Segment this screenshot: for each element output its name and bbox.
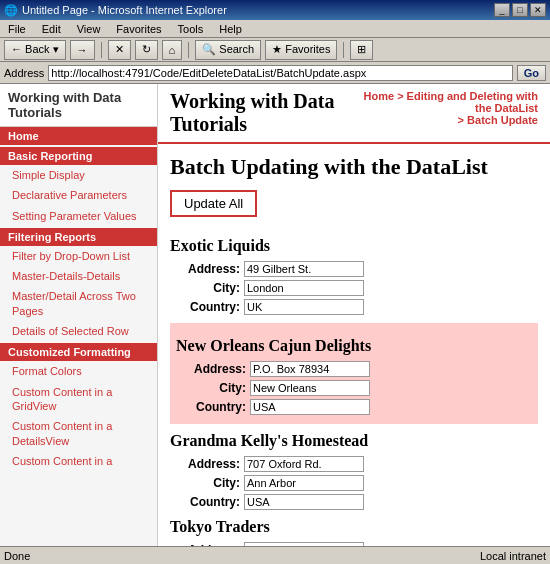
status-bar: Done Local intranet: [0, 546, 550, 564]
city-label-1: City:: [176, 381, 246, 395]
window-title: Untitled Page - Microsoft Internet Explo…: [22, 4, 227, 16]
minimize-button[interactable]: _: [494, 3, 510, 17]
menu-file[interactable]: File: [4, 22, 30, 36]
breadcrumb-current: Batch Update: [467, 114, 538, 126]
city-input-0[interactable]: [244, 280, 364, 296]
address-input[interactable]: [48, 65, 512, 81]
maximize-button[interactable]: □: [512, 3, 528, 17]
address-label-2: Address:: [170, 457, 240, 471]
breadcrumb-home[interactable]: Home: [364, 90, 395, 102]
company-name-1: New Orleans Cajun Delights: [176, 337, 532, 355]
title-bar-left: 🌐 Untitled Page - Microsoft Internet Exp…: [4, 4, 227, 17]
address-row-1: Address:: [176, 361, 532, 377]
sidebar-item-custom-content-detailsview[interactable]: Custom Content in a DetailsView: [0, 416, 157, 451]
company-block-2: Grandma Kelly's Homestead Address: City:…: [170, 432, 538, 510]
sidebar-item-filter-dropdown[interactable]: Filter by Drop-Down List: [0, 246, 157, 266]
home-button[interactable]: ⌂: [162, 40, 183, 60]
ie-icon: 🌐: [4, 4, 18, 17]
toolbar-separator-3: [343, 42, 344, 58]
sidebar-item-master-details[interactable]: Master-Details-Details: [0, 266, 157, 286]
breadcrumb-separator-2: >: [458, 114, 467, 126]
title-bar: 🌐 Untitled Page - Microsoft Internet Exp…: [0, 0, 550, 20]
breadcrumb-section[interactable]: Editing and Deleting with the DataList: [407, 90, 538, 114]
main-content: Working with Data Tutorials Home Basic R…: [0, 84, 550, 564]
sidebar-item-format-colors[interactable]: Format Colors: [0, 361, 157, 381]
refresh-button[interactable]: ↻: [135, 40, 158, 60]
menu-bar: File Edit View Favorites Tools Help: [0, 20, 550, 38]
menu-edit[interactable]: Edit: [38, 22, 65, 36]
page-title: Batch Updating with the DataList: [170, 154, 538, 180]
country-row-1: Country:: [176, 399, 532, 415]
address-row-0: Address:: [170, 261, 538, 277]
window-controls: _ □ ✕: [494, 3, 546, 17]
sidebar-item-master-detail-two-pages[interactable]: Master/Detail Across Two Pages: [0, 286, 157, 321]
toolbar: ← Back ▾ → ✕ ↻ ⌂ 🔍 Search ★ Favorites ⊞: [0, 38, 550, 62]
city-label-0: City:: [170, 281, 240, 295]
address-input-2[interactable]: [244, 456, 364, 472]
address-bar: Address Go: [0, 62, 550, 84]
sidebar-item-simple-display[interactable]: Simple Display: [0, 165, 157, 185]
toolbar-separator-2: [188, 42, 189, 58]
favorites-button[interactable]: ★ Favorites: [265, 40, 337, 60]
breadcrumb: Home > Editing and Deleting with the Dat…: [356, 90, 538, 126]
sidebar-item-details-selected-row[interactable]: Details of Selected Row: [0, 321, 157, 341]
menu-favorites[interactable]: Favorites: [112, 22, 165, 36]
city-label-2: City:: [170, 476, 240, 490]
back-button[interactable]: ← Back ▾: [4, 40, 66, 60]
company-name-0: Exotic Liquids: [170, 237, 538, 255]
sidebar: Working with Data Tutorials Home Basic R…: [0, 84, 158, 564]
menu-view[interactable]: View: [73, 22, 105, 36]
sidebar-section-filtering-reports: Filtering Reports: [0, 228, 157, 246]
country-row-0: Country:: [170, 299, 538, 315]
sidebar-logo: Working with Data Tutorials: [0, 84, 157, 127]
city-input-1[interactable]: [250, 380, 370, 396]
sidebar-item-custom-content-other[interactable]: Custom Content in a: [0, 451, 157, 471]
country-label-0: Country:: [170, 300, 240, 314]
sidebar-section-customized-formatting: Customized Formatting: [0, 343, 157, 361]
company-name-3: Tokyo Traders: [170, 518, 538, 536]
city-input-2[interactable]: [244, 475, 364, 491]
city-row-0: City:: [170, 280, 538, 296]
country-label-2: Country:: [170, 495, 240, 509]
search-button[interactable]: 🔍 Search: [195, 40, 261, 60]
go-button[interactable]: Go: [517, 65, 546, 81]
status-text: Done: [4, 550, 30, 562]
country-input-2[interactable]: [244, 494, 364, 510]
country-input-0[interactable]: [244, 299, 364, 315]
country-input-1[interactable]: [250, 399, 370, 415]
city-row-2: City:: [170, 475, 538, 491]
toolbar-separator-1: [101, 42, 102, 58]
address-input-1[interactable]: [250, 361, 370, 377]
stop-button[interactable]: ✕: [108, 40, 131, 60]
content-area: Working with Data Tutorials Home > Editi…: [158, 84, 550, 564]
address-label-0: Address:: [170, 262, 240, 276]
sidebar-item-declarative-parameters[interactable]: Declarative Parameters: [0, 185, 157, 205]
update-all-button[interactable]: Update All: [170, 190, 257, 217]
address-label: Address: [4, 67, 44, 79]
company-name-2: Grandma Kelly's Homestead: [170, 432, 538, 450]
menu-tools[interactable]: Tools: [174, 22, 208, 36]
address-label-1: Address:: [176, 362, 246, 376]
city-row-1: City:: [176, 380, 532, 396]
sidebar-item-custom-content-gridview[interactable]: Custom Content in a GridView: [0, 382, 157, 417]
menu-help[interactable]: Help: [215, 22, 246, 36]
company-block-0: Exotic Liquids Address: City: Country:: [170, 237, 538, 315]
company-block-1: New Orleans Cajun Delights Address: City…: [170, 323, 538, 424]
country-label-1: Country:: [176, 400, 246, 414]
page-header: Working with Data Tutorials Home > Editi…: [158, 84, 550, 144]
address-row-2: Address:: [170, 456, 538, 472]
content-body: Batch Updating with the DataList Update …: [158, 144, 550, 564]
country-row-2: Country:: [170, 494, 538, 510]
history-button[interactable]: ⊞: [350, 40, 373, 60]
address-input-0[interactable]: [244, 261, 364, 277]
zone-text: Local intranet: [480, 550, 546, 562]
sidebar-section-basic-reporting: Basic Reporting: [0, 147, 157, 165]
sidebar-home[interactable]: Home: [0, 127, 157, 145]
breadcrumb-separator-1: >: [397, 90, 406, 102]
site-title: Working with Data Tutorials: [170, 90, 356, 136]
sidebar-item-setting-parameter-values[interactable]: Setting Parameter Values: [0, 206, 157, 226]
forward-button[interactable]: →: [70, 40, 95, 60]
close-button[interactable]: ✕: [530, 3, 546, 17]
